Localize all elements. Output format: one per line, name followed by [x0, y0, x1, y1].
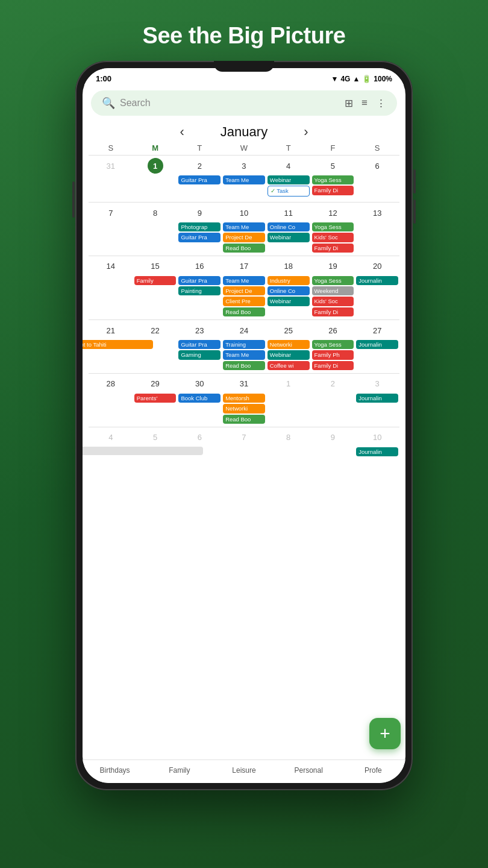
event-family-di-26[interactable]: Family Di — [312, 361, 354, 370]
day-26[interactable]: 26 Yoga Sess Family Ph Family Di — [311, 321, 355, 372]
day-8[interactable]: 8 — [133, 204, 178, 254]
day-3[interactable]: 3 Team Me — [222, 157, 266, 201]
day-10b[interactable]: 10 Journalin — [355, 429, 399, 473]
event-kids-soc-19[interactable]: Kids' Soc — [312, 297, 354, 306]
day-31[interactable]: 31 — [89, 157, 133, 201]
event-yoga-sess-5[interactable]: Yoga Sess — [312, 175, 354, 184]
day-21[interactable]: 21 Flight to Tahiti — [89, 321, 133, 372]
day-20[interactable]: 20 Journalin — [355, 257, 399, 318]
day-8b[interactable]: 8 — [266, 429, 311, 473]
day-1[interactable]: 1 — [133, 157, 178, 201]
day-29[interactable]: 29 Parents' — [133, 375, 178, 426]
event-journalin-27[interactable]: Journalin — [356, 340, 398, 349]
event-mentorsh-31[interactable]: Mentorsh — [223, 394, 265, 403]
event-project-de-10[interactable]: Project De — [223, 233, 265, 242]
event-painting-16[interactable]: Painting — [178, 286, 221, 295]
day-15[interactable]: 15 Family — [133, 257, 178, 318]
event-family-di-5[interactable]: Family Di — [312, 186, 354, 195]
day-30[interactable]: 30 Book Club — [177, 375, 222, 426]
event-flight-tahiti-21[interactable]: Flight to Tahiti — [83, 340, 153, 349]
event-guitar-pra-16[interactable]: Guitar Pra — [178, 276, 221, 285]
day-24[interactable]: 24 Training Team Me Read Boo — [222, 321, 266, 372]
day-14[interactable]: 14 — [89, 257, 133, 318]
event-training-24[interactable]: Training — [223, 340, 265, 349]
event-kids-soc-12[interactable]: Kids' Soc — [312, 233, 354, 242]
event-guitar-pra-2[interactable]: Guitar Pra — [178, 175, 221, 184]
event-read-boo-31[interactable]: Read Boo — [223, 415, 265, 424]
event-guitar-pra-9[interactable]: Guitar Pra — [178, 233, 221, 242]
event-yoga-sess-12[interactable]: Yoga Sess — [312, 222, 354, 231]
day-4[interactable]: 4 Webinar ✓ Task — [266, 157, 311, 201]
day-13[interactable]: 13 — [355, 204, 399, 254]
tab-personal[interactable]: Personal — [277, 765, 341, 776]
day-4b[interactable]: 4 Out of office — [89, 429, 133, 473]
volume-up-button[interactable] — [413, 169, 416, 193]
event-team-me-3[interactable]: Team Me — [223, 175, 265, 184]
day-2[interactable]: 2 Guitar Pra — [177, 157, 222, 201]
event-read-boo-17[interactable]: Read Boo — [223, 307, 265, 316]
day-28[interactable]: 28 — [89, 375, 133, 426]
event-journalin-3b[interactable]: Journalin — [356, 394, 398, 403]
day-18[interactable]: 18 Industry Online Co Webinar — [266, 257, 311, 318]
search-bar[interactable]: 🔍 Search ⊞ ≡ ⋮ — [91, 90, 397, 116]
event-webinar-4[interactable]: Webinar — [267, 175, 310, 184]
power-button[interactable] — [72, 181, 75, 218]
day-11[interactable]: 11 Online Co Webinar — [266, 204, 311, 254]
event-journalin-20[interactable]: Journalin — [356, 276, 398, 285]
event-online-co-11[interactable]: Online Co — [267, 222, 310, 231]
event-book-club-30[interactable]: Book Club — [178, 394, 221, 403]
event-photograph-9[interactable]: Photograp — [178, 222, 221, 231]
day-6[interactable]: 6 — [355, 157, 399, 201]
volume-down-button[interactable] — [413, 200, 416, 224]
day-31[interactable]: 31 Mentorsh Networki Read Boo — [222, 375, 266, 426]
event-project-de-17[interactable]: Project De — [223, 286, 265, 295]
day-9[interactable]: 9 Photograp Guitar Pra — [177, 204, 222, 254]
day-7[interactable]: 7 — [89, 204, 133, 254]
event-webinar-11[interactable]: Webinar — [267, 233, 310, 242]
day-2b[interactable]: 2 — [311, 375, 355, 426]
event-out-of-office[interactable]: Out of office — [83, 447, 203, 455]
day-7b[interactable]: 7 — [222, 429, 266, 473]
event-family-di-19[interactable]: Family Di — [312, 307, 354, 316]
day-27[interactable]: 27 Journalin — [355, 321, 399, 372]
day-9b[interactable]: 9 — [311, 429, 355, 473]
event-gaming-23[interactable]: Gaming — [178, 350, 221, 359]
event-task-4[interactable]: ✓ Task — [267, 186, 310, 196]
event-networki-25[interactable]: Networki — [267, 340, 310, 349]
event-read-boo-10[interactable]: Read Boo — [223, 244, 265, 253]
event-guitar-pra-23[interactable]: Guitar Pra — [178, 340, 221, 349]
day-19[interactable]: 19 Yoga Sess Weekend Kids' Soc Family Di — [311, 257, 355, 318]
event-family-15[interactable]: Family — [134, 276, 177, 285]
prev-month-button[interactable]: ‹ — [180, 124, 184, 140]
day-10[interactable]: 10 Team Me Project De Read Boo — [222, 204, 266, 254]
event-coffee-wi-25[interactable]: Coffee wi — [267, 361, 310, 370]
event-team-me-10[interactable]: Team Me — [223, 222, 265, 231]
event-webinar-18[interactable]: Webinar — [267, 297, 310, 306]
event-yoga-sess-19[interactable]: Yoga Sess — [312, 276, 354, 285]
event-parents-29[interactable]: Parents' — [134, 394, 177, 403]
event-yoga-sess-26[interactable]: Yoga Sess — [312, 340, 354, 349]
tab-family[interactable]: Family — [147, 765, 211, 776]
event-industry-18[interactable]: Industry — [267, 276, 310, 285]
event-family-di-12[interactable]: Family Di — [312, 244, 354, 253]
event-online-co-18[interactable]: Online Co — [267, 286, 310, 295]
day-3b[interactable]: 3 Journalin — [355, 375, 399, 426]
next-month-button[interactable]: › — [304, 124, 308, 140]
event-team-me-24[interactable]: Team Me — [223, 350, 265, 359]
event-client-pre-17[interactable]: Client Pre — [223, 297, 265, 306]
more-icon[interactable]: ⋮ — [376, 97, 386, 110]
search-input[interactable]: Search — [120, 98, 340, 108]
event-read-boo-24[interactable]: Read Boo — [223, 361, 265, 370]
day-23[interactable]: 23 Guitar Pra Gaming — [177, 321, 222, 372]
tab-leisure[interactable]: Leisure — [211, 765, 276, 776]
event-team-me-17[interactable]: Team Me — [223, 276, 265, 285]
day-16[interactable]: 16 Guitar Pra Painting — [177, 257, 222, 318]
event-webinar-25[interactable]: Webinar — [267, 350, 310, 359]
tab-profe[interactable]: Profe — [341, 765, 405, 776]
day-5[interactable]: 5 Yoga Sess Family Di — [311, 157, 355, 201]
event-journalin-10b[interactable]: Journalin — [356, 447, 398, 456]
day-17[interactable]: 17 Team Me Project De Client Pre Read Bo… — [222, 257, 266, 318]
day-1b[interactable]: 1 — [266, 375, 311, 426]
event-weekend-19[interactable]: Weekend — [312, 286, 354, 295]
event-networki-31[interactable]: Networki — [223, 404, 265, 413]
